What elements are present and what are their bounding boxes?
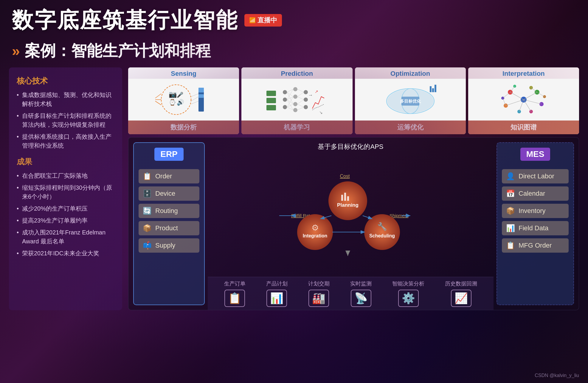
svg-rect-54 (435, 85, 436, 92)
optimization-title: Optimization (390, 70, 430, 77)
chevron-icon: » (12, 44, 20, 58)
output-decision: 智能决策分析 ⚙️ (392, 280, 424, 307)
output-realtime-label: 实时监测 (350, 280, 372, 287)
fielddata-icon: 📊 (506, 224, 515, 232)
right-content: Sensing 📷 🎤 ⌚ 🔊 (128, 67, 579, 310)
svg-rect-53 (432, 88, 434, 92)
prediction-title: Prediction (281, 70, 313, 77)
sensing-card: Sensing 📷 🎤 ⌚ 🔊 (128, 67, 239, 134)
mes-labor-label: Direct Labor (519, 172, 554, 180)
svg-text:📷: 📷 (169, 90, 177, 98)
output-product-plan: 产品计划 📊 (266, 280, 288, 307)
shengchan-icon: 📋 (224, 290, 245, 307)
svg-line-66 (510, 92, 524, 100)
interpretation-image (468, 79, 579, 121)
svg-point-25 (304, 90, 308, 94)
erp-title: ERP (154, 148, 184, 161)
svg-text:Scheduling: Scheduling (369, 233, 395, 238)
interpretation-title: Interpretation (502, 70, 545, 77)
erp-supply-label: Supply (155, 242, 175, 249)
svg-rect-15 (266, 91, 276, 96)
live-badge: 📶 直播中 (244, 14, 282, 27)
mes-mfgorder-label: MFG Order (519, 242, 552, 249)
svg-line-75 (537, 92, 544, 97)
labor-icon: 👤 (506, 172, 515, 180)
section-header: » 案例：智能生产计划和排程 (0, 38, 588, 67)
history-icon: 📈 (451, 290, 471, 307)
svg-rect-16 (266, 98, 276, 103)
mes-item-fielddata: 📊 Field Data (502, 221, 569, 235)
results-title: 成果 (17, 157, 114, 167)
mes-panel: MES 👤 Direct Labor 📅 Calendar 📦 Inventor… (497, 142, 574, 305)
svg-line-12 (191, 94, 198, 97)
routing-icon: 🔄 (143, 207, 152, 215)
svg-line-7 (155, 101, 161, 105)
erp-item-product: 📦 Product (139, 221, 199, 235)
footer: CSDN @kalvin_y_liu (535, 373, 579, 378)
result-item-3: 减少20%的生产订单积压 (17, 204, 114, 213)
main-title: 数字底座筑基行业智能 (12, 6, 238, 35)
svg-point-18 (283, 90, 287, 94)
results-list: 在合肥联宝工厂实际落地 缩短实际排程时间到30分钟内（原来6个小时） 减少20%… (17, 171, 114, 258)
svg-text:Cost: Cost (340, 174, 350, 179)
svg-text:多目标优化: 多目标优化 (400, 99, 421, 104)
svg-point-23 (293, 102, 297, 106)
prediction-card: Prediction (241, 67, 352, 134)
core-tech-list: 集成数据感知、预测、优化和知识解析技术栈 自研多目标生产计划和排程系统的算法内核… (17, 90, 114, 150)
result-item-6: 荣获2021年IDC未来企业大奖 (17, 249, 114, 258)
svg-rect-83 (341, 195, 343, 201)
svg-point-20 (283, 105, 287, 109)
svg-line-14 (191, 101, 198, 104)
erp-item-supply: 📫 Supply (139, 238, 199, 253)
svg-point-82 (364, 214, 400, 250)
svg-text:🔊: 🔊 (177, 99, 184, 106)
diagram-wrapper: ERP 📋 Order 🗄️ Device 🔄 Routing (128, 138, 579, 310)
erp-order-label: Order (155, 172, 172, 180)
order-icon: 📋 (143, 172, 152, 180)
content-area: 核心技术 集成数据感知、预测、优化和知识解析技术栈 自研多目标生产计划和排程系统… (0, 67, 588, 316)
mes-inventory-label: Inventory (519, 207, 546, 215)
svg-line-73 (503, 92, 510, 98)
core-tech-title: 核心技术 (17, 76, 114, 86)
core-tech-item-2: 自研多目标生产计划和排程系统的算法内核，实现分钟级复杂排程 (17, 111, 114, 129)
output-shengchan-label: 生产订单 (224, 280, 246, 287)
core-tech-item-1: 集成数据感知、预测、优化和知识解析技术栈 (17, 90, 114, 108)
svg-line-41 (297, 100, 304, 104)
svg-text:🎤: 🎤 (177, 92, 184, 98)
output-decision-label: 智能决策分析 (392, 280, 424, 287)
optimization-image: 多目标优化 (355, 79, 466, 121)
result-item-2: 缩短实际排程时间到30分钟内（原来6个小时） (17, 183, 114, 201)
result-item-1: 在合肥联宝工厂实际落地 (17, 171, 114, 180)
svg-line-92 (363, 216, 372, 219)
erp-item-device: 🗄️ Device (139, 186, 199, 201)
erp-item-routing: 🔄 Routing (139, 204, 199, 218)
prediction-image: → ↗ ↘ (241, 79, 352, 121)
mes-item-labor: 👤 Direct Labor (502, 169, 569, 183)
svg-text:→: → (308, 92, 313, 98)
live-bar-icon: 📶 (249, 17, 256, 24)
supply-icon: 📫 (143, 241, 152, 250)
svg-rect-11 (198, 100, 204, 105)
svg-point-26 (304, 98, 308, 102)
diagram-area: ERP 📋 Order 🗄️ Device 🔄 Routing (128, 137, 579, 310)
svg-rect-10 (198, 94, 204, 98)
erp-item-order: 📋 Order (139, 169, 199, 183)
output-delivery: 计划交期 🏭 (308, 280, 330, 307)
erp-device-label: Device (155, 190, 175, 197)
product-icon: 📦 (143, 224, 152, 232)
svg-text:↗: ↗ (315, 89, 318, 94)
sensing-label: 数据分析 (128, 121, 239, 134)
svg-point-21 (293, 87, 297, 91)
output-product-plan-label: 产品计划 (266, 280, 288, 287)
svg-rect-52 (430, 86, 432, 92)
interpretation-label: 知识图谱 (468, 121, 579, 134)
mes-item-calendar: 📅 Calendar (502, 186, 569, 201)
mes-item-inventory: 📦 Inventory (502, 204, 569, 218)
svg-text:⌚: ⌚ (169, 99, 176, 106)
optimization-card: Optimization 多目标优化 (355, 67, 466, 134)
delivery-icon: 🏭 (308, 290, 329, 307)
mes-title: MES (520, 148, 550, 161)
svg-line-38 (297, 89, 304, 92)
output-shengchan: 生产订单 📋 (224, 280, 246, 307)
device-icon: 🗄️ (143, 189, 152, 198)
